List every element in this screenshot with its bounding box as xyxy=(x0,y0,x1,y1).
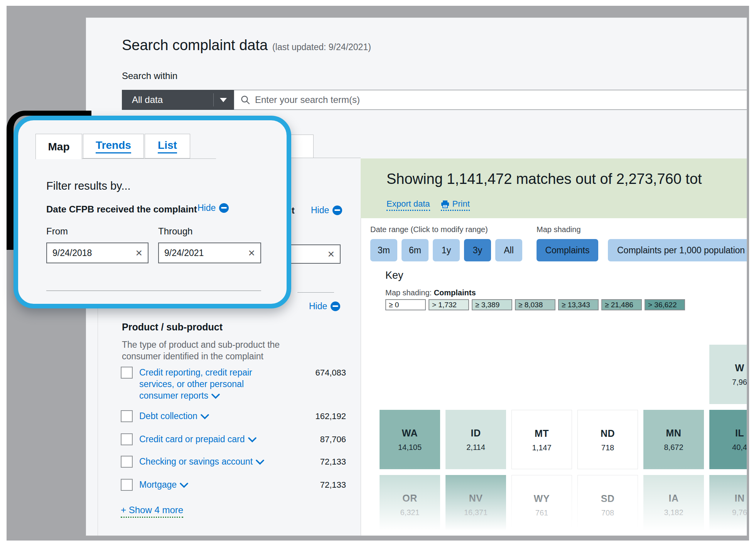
chevron-down-icon xyxy=(211,394,220,399)
key-subtitle-label: Map shading: xyxy=(385,288,432,297)
search-within-label: Search within xyxy=(122,71,177,81)
state-code: MN xyxy=(643,428,704,439)
state-tile-mn[interactable]: MN8,672 xyxy=(643,410,704,469)
product-section-description: The type of product and sub-product the … xyxy=(122,339,303,362)
background-date-input[interactable]: × xyxy=(289,244,341,264)
chevron-down-icon xyxy=(256,460,264,465)
state-code: ND xyxy=(578,428,638,439)
state-tile-wi[interactable]: W7,96 xyxy=(709,345,747,404)
chevron-down-icon xyxy=(201,414,209,419)
key-subtitle: Map shading: Complaints xyxy=(385,288,476,297)
state-tile-id[interactable]: ID2,114 xyxy=(446,410,506,469)
hide-label: Hide xyxy=(311,205,329,216)
dropdown-divider xyxy=(213,93,214,106)
state-tile-wa[interactable]: WA14,105 xyxy=(380,410,440,469)
search-input[interactable]: Enter your search term(s) xyxy=(234,90,747,110)
tabstrip-border xyxy=(82,158,216,159)
state-tile-wy[interactable]: WY761 xyxy=(511,475,572,534)
hide-label: Hide xyxy=(309,301,327,312)
state-tile-in[interactable]: IN9,76 xyxy=(709,475,747,534)
map-shading-buttons: Complaints Complaints per 1,000 populati… xyxy=(537,239,747,261)
export-data-link[interactable]: Export data xyxy=(386,199,430,211)
clear-icon[interactable]: × xyxy=(327,248,334,260)
product-link[interactable]: Mortgage xyxy=(139,479,275,491)
range-button-6m[interactable]: 6m xyxy=(402,239,429,261)
filter-panel-border xyxy=(98,305,98,536)
product-link-label: Checking or savings account xyxy=(139,456,253,467)
print-link[interactable]: Print xyxy=(441,199,470,211)
tab-trends-label: Trends xyxy=(96,139,131,153)
clear-icon[interactable]: × xyxy=(135,247,142,259)
printer-icon xyxy=(441,200,449,208)
state-count: 6,321 xyxy=(380,508,440,517)
state-code: ID xyxy=(446,428,506,439)
checkbox[interactable] xyxy=(121,479,133,491)
show-more-link[interactable]: + Show 4 more xyxy=(121,505,183,518)
shading-button-per-1000[interactable]: Complaints per 1,000 population xyxy=(608,239,747,261)
state-code: MT xyxy=(512,428,572,439)
section-divider xyxy=(46,290,261,291)
state-tile-nv[interactable]: NV16,371 xyxy=(446,475,506,534)
product-link-label: Credit card or prepaid card xyxy=(139,434,245,444)
chevron-down-icon xyxy=(248,437,256,443)
state-count: 708 xyxy=(578,509,638,517)
search-scope-dropdown[interactable]: All data xyxy=(122,90,234,110)
checkbox[interactable] xyxy=(121,367,133,379)
product-link[interactable]: Credit card or prepaid card xyxy=(139,433,275,445)
state-count: 718 xyxy=(578,443,638,452)
map-legend: ≥ 0 > 1,732 ≥ 3,389 ≥ 8,038 ≥ 13,343 ≥ 2… xyxy=(385,299,685,310)
state-tile-mt[interactable]: MT1,147 xyxy=(511,410,572,469)
product-count: 87,706 xyxy=(320,433,346,445)
tab-map[interactable]: Map xyxy=(35,134,82,159)
through-date-value: 9/24/2021 xyxy=(164,248,204,258)
product-row: Credit reporting, credit repair services… xyxy=(121,367,346,401)
shading-button-complaints[interactable]: Complaints xyxy=(537,239,598,261)
from-date-input[interactable]: 9/24/2018× xyxy=(46,243,148,263)
state-tile-il[interactable]: IL40,4 xyxy=(709,410,747,469)
range-button-3y[interactable]: 3y xyxy=(464,239,491,261)
search-icon xyxy=(240,95,250,105)
legend-bin: ≥ 21,486 xyxy=(601,299,642,310)
state-count: 8,672 xyxy=(643,443,704,452)
through-date-input[interactable]: 9/24/2021× xyxy=(158,243,261,263)
range-button-all[interactable]: All xyxy=(495,239,522,261)
state-code: IA xyxy=(643,493,704,504)
product-link[interactable]: Credit reporting, credit repair services… xyxy=(139,367,275,401)
clear-icon[interactable]: × xyxy=(248,247,255,259)
state-code: IL xyxy=(709,428,747,439)
background-tabstrip-border xyxy=(286,158,361,158)
date-range-label: Date range (Click to modify range) xyxy=(370,225,488,234)
product-hide-link[interactable]: Hide xyxy=(309,301,340,312)
page-title: Search complaint data(last updated: 9/24… xyxy=(122,37,371,54)
state-tile-or[interactable]: OR6,321 xyxy=(380,475,440,534)
export-data-label: Export data xyxy=(386,199,430,209)
legend-bin: > 1,732 xyxy=(429,299,469,310)
background-hide-link[interactable]: Hide xyxy=(311,205,342,216)
state-tile-ia[interactable]: IA3,182 xyxy=(643,475,704,534)
range-button-3m[interactable]: 3m xyxy=(370,239,397,261)
checkbox[interactable] xyxy=(121,433,133,445)
hide-icon xyxy=(332,205,342,215)
product-link[interactable]: Checking or savings account xyxy=(139,456,275,468)
state-tile-sd[interactable]: SD708 xyxy=(577,475,638,534)
product-count: 674,083 xyxy=(315,367,346,401)
checkbox[interactable] xyxy=(121,456,133,468)
chevron-down-icon xyxy=(220,98,227,102)
tab-trends[interactable]: Trends xyxy=(83,134,144,158)
state-code: IN xyxy=(709,493,747,504)
tab-list[interactable]: List xyxy=(145,134,190,158)
state-count: 9,76 xyxy=(709,508,747,517)
product-count: 72,133 xyxy=(320,456,346,468)
hide-icon xyxy=(219,203,229,213)
product-row: Checking or savings account 72,133 xyxy=(121,456,346,468)
checkbox[interactable] xyxy=(121,410,133,422)
legend-bin: ≥ 0 xyxy=(385,299,426,310)
date-filter-hide-link[interactable]: Hide xyxy=(197,203,229,213)
range-button-1y[interactable]: 1y xyxy=(433,239,460,261)
state-count: 7,96 xyxy=(709,378,747,387)
state-tile-nd[interactable]: ND718 xyxy=(577,410,638,469)
print-label: Print xyxy=(452,199,470,209)
product-section-title: Product / sub-product xyxy=(122,322,223,333)
hide-icon xyxy=(331,301,340,311)
product-link[interactable]: Debt collection xyxy=(139,410,275,422)
